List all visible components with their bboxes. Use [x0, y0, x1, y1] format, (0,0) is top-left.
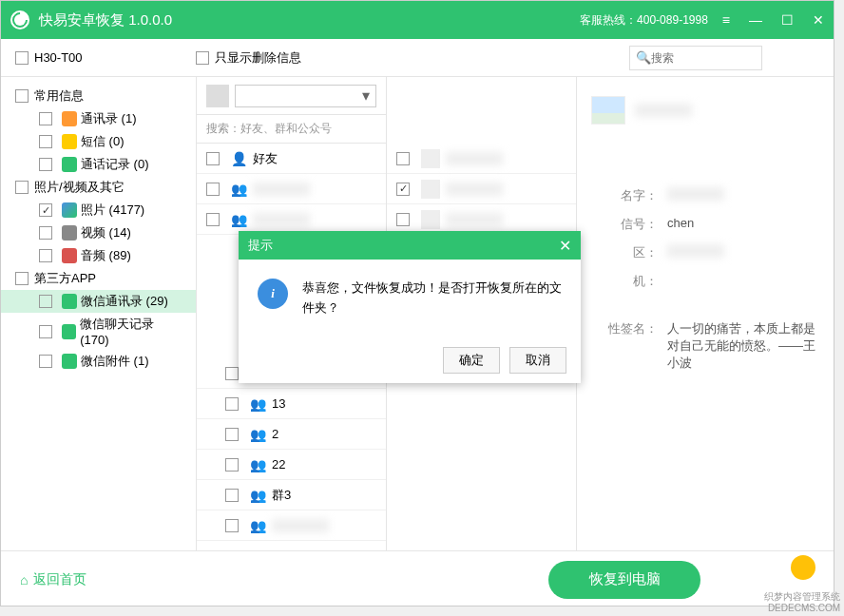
sidebar-wx-chat[interactable]: 微信聊天记录 (170)	[80, 316, 182, 347]
contacts-icon	[62, 111, 77, 126]
region-label: 区：	[591, 244, 667, 261]
item-checkbox[interactable]	[39, 325, 52, 338]
group-checkbox[interactable]	[15, 181, 29, 194]
back-label: 返回首页	[33, 571, 86, 588]
sidebar-photos[interactable]: 照片 (4177)	[81, 202, 144, 219]
row-checkbox[interactable]	[225, 367, 239, 380]
wechat-icon	[62, 324, 76, 339]
blurred-name	[446, 152, 503, 165]
detail-panel: 名字： 信号：chen 区： 机： 性签名：人一切的痛苦，本质上都是对自己无能的…	[577, 77, 834, 550]
modal-title: 提示	[248, 237, 273, 254]
close-button[interactable]: ✕	[813, 12, 824, 28]
wxid-value: chen	[667, 216, 819, 233]
group-checkbox[interactable]	[15, 272, 29, 285]
avatar-icon	[421, 180, 440, 199]
search-input[interactable]	[651, 51, 746, 65]
phone-label: 机：	[591, 273, 667, 290]
menu-icon[interactable]: ≡	[722, 12, 730, 28]
row-checkbox[interactable]	[396, 152, 410, 165]
list-item[interactable]: 👥	[197, 510, 386, 541]
user-dropdown[interactable]: ▾	[235, 85, 376, 107]
row-checkbox[interactable]	[206, 183, 220, 196]
audio-icon	[62, 248, 77, 263]
list-item[interactable]: 👥群3	[197, 480, 386, 510]
sidebar-contacts[interactable]: 通讯录 (1)	[81, 110, 137, 127]
blurred-value	[667, 244, 724, 258]
title-bar: 快易安卓恢复 1.0.0.0 客服热线：400-089-1998 ≡ — ☐ ✕	[1, 1, 834, 39]
deleted-filter-checkbox[interactable]	[196, 51, 209, 65]
item-checkbox[interactable]	[39, 226, 52, 240]
sidebar-wx-contacts[interactable]: 微信通讯录 (29)	[81, 293, 168, 310]
item-checkbox[interactable]	[39, 112, 52, 125]
modal-message: 恭喜您，文件恢复成功！是否打开恢复所在的文件夹？	[302, 279, 562, 318]
modal-dialog: 提示 ✕ i 恭喜您，文件恢复成功！是否打开恢复所在的文件夹？ 确定 取消	[239, 231, 581, 383]
watermark: 织梦内容管理系统 DEDECMS.COM	[764, 591, 840, 614]
name-label: 名字：	[591, 187, 667, 204]
list-item[interactable]: 👥22	[197, 450, 386, 480]
minimize-button[interactable]: —	[749, 12, 762, 28]
row-checkbox[interactable]	[225, 519, 239, 532]
sms-icon	[62, 134, 77, 149]
group-icon: 👥	[250, 427, 266, 442]
list-item[interactable]	[387, 174, 576, 204]
row-checkbox[interactable]	[396, 183, 410, 196]
list-item[interactable]	[387, 144, 576, 174]
row-checkbox[interactable]	[225, 458, 239, 472]
list-item[interactable]: 👥2	[197, 419, 386, 450]
search-icon: 🔍	[636, 50, 651, 65]
wechat-icon	[62, 294, 77, 309]
row-checkbox[interactable]	[206, 152, 220, 165]
item-checkbox[interactable]	[39, 135, 52, 148]
device-name: H30-T00	[34, 50, 83, 65]
back-home-link[interactable]: ⌂ 返回首页	[20, 571, 86, 588]
modal-close-button[interactable]: ✕	[559, 237, 571, 255]
deleted-filter-label: 只显示删除信息	[215, 49, 301, 67]
person-icon: 👤	[231, 151, 247, 166]
avatar-icon	[206, 85, 229, 107]
friends-label: 好友	[253, 150, 278, 167]
sidebar-wx-files[interactable]: 微信附件 (1)	[81, 353, 149, 370]
group-checkbox[interactable]	[15, 89, 29, 103]
sidebar-sms[interactable]: 短信 (0)	[81, 133, 125, 150]
row-checkbox[interactable]	[396, 213, 410, 226]
row-checkbox[interactable]	[225, 397, 239, 411]
list-item[interactable]: 👥13	[197, 389, 386, 419]
search-box[interactable]: 🔍	[629, 46, 762, 70]
blurred-name	[253, 183, 310, 196]
info-icon: i	[258, 279, 288, 309]
list-item[interactable]: 👥	[197, 174, 386, 204]
sidebar-audio[interactable]: 音频 (89)	[81, 247, 131, 264]
group-icon: 👥	[250, 457, 266, 472]
signature-value: 人一切的痛苦，本质上都是对自己无能的愤怒。——王小波	[667, 320, 819, 372]
row-checkbox[interactable]	[206, 213, 220, 226]
blurred-name	[446, 213, 503, 226]
item-checkbox[interactable]	[39, 355, 52, 368]
contact-search-label[interactable]: 搜索：好友、群和公众号	[197, 115, 386, 144]
item-checkbox[interactable]	[39, 295, 52, 308]
hotline-label: 客服热线：400-089-1998	[580, 12, 708, 29]
group-icon: 👥	[231, 182, 247, 197]
avatar-icon	[421, 210, 440, 229]
device-checkbox[interactable]	[15, 51, 29, 65]
group-label: 常用信息	[34, 87, 84, 105]
item-checkbox[interactable]	[39, 249, 52, 262]
watermark-icon	[791, 555, 815, 580]
row-checkbox[interactable]	[225, 489, 239, 502]
wxid-label: 信号：	[591, 216, 667, 233]
item-checkbox[interactable]	[39, 203, 52, 217]
cancel-button[interactable]: 取消	[509, 347, 566, 374]
ok-button[interactable]: 确定	[443, 347, 500, 374]
row-checkbox[interactable]	[225, 428, 239, 441]
recover-button[interactable]: 恢复到电脑	[548, 561, 700, 599]
blurred-value	[667, 187, 724, 201]
toolbar: H30-T00 只显示删除信息 🔍	[1, 39, 834, 77]
photo-icon	[62, 202, 77, 218]
sidebar-videos[interactable]: 视频 (14)	[81, 224, 131, 241]
sidebar-calls[interactable]: 通话记录 (0)	[81, 156, 149, 173]
maximize-button[interactable]: ☐	[781, 12, 794, 28]
item-checkbox[interactable]	[39, 158, 52, 171]
sidebar: 常用信息 通讯录 (1) 短信 (0) 通话记录 (0) 照片/视频及其它 照片…	[1, 77, 197, 550]
home-icon: ⌂	[20, 572, 28, 587]
blurred-name	[446, 183, 503, 196]
list-item[interactable]: 👤好友	[197, 144, 386, 174]
